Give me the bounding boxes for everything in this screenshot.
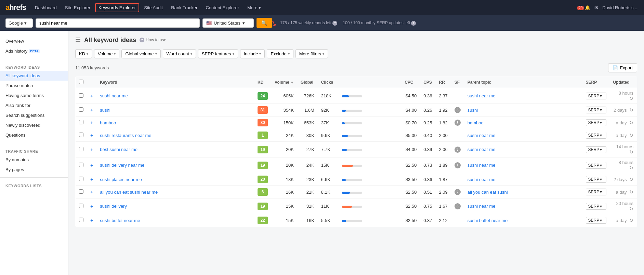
parent-topic-link[interactable]: sushi near me — [468, 204, 496, 209]
refresh-icon[interactable]: ↻ — [629, 120, 633, 125]
parent-topic-link[interactable]: sushi buffet near me — [468, 218, 508, 223]
add-keyword-icon[interactable]: + — [90, 120, 93, 125]
nav-keywords-explorer[interactable]: Keywords Explorer — [95, 3, 139, 12]
weekly-help-icon[interactable]: ? — [332, 21, 337, 26]
keyword-link[interactable]: sushi restaurants near me — [100, 133, 151, 138]
parent-topic-link[interactable]: sushi near me — [468, 177, 496, 182]
sidebar-item-by-pages[interactable]: By pages — [0, 165, 68, 175]
sidebar-item-newly-discovered[interactable]: Newly discovered — [0, 120, 68, 130]
filter-exclude[interactable]: Exclude ▾ — [267, 49, 293, 58]
sidebar-item-overview[interactable]: Overview — [0, 36, 68, 46]
parent-topic-link[interactable]: bamboo — [468, 120, 484, 125]
keyword-link[interactable]: sushi places near me — [100, 177, 142, 182]
sidebar-item-search-suggestions[interactable]: Search suggestions — [0, 110, 68, 120]
notification-bell[interactable]: 29🔔 — [577, 5, 590, 10]
row-checkbox[interactable] — [79, 163, 83, 167]
nav-dashboard[interactable]: Dashboard — [31, 3, 60, 12]
filter-serp-features[interactable]: SERP features ▾ — [198, 49, 238, 58]
sidebar-item-having-same-terms[interactable]: Having same terms — [0, 91, 68, 100]
keyword-search-input[interactable] — [36, 18, 200, 28]
refresh-icon[interactable]: ↻ — [629, 218, 633, 223]
add-keyword-icon[interactable]: + — [90, 177, 93, 182]
filter-volume[interactable]: Volume ▾ — [94, 49, 119, 58]
hamburger-icon[interactable]: ☰ — [75, 36, 81, 44]
keyword-link[interactable]: sushi near me — [100, 93, 128, 98]
messages-icon[interactable]: ✉ — [594, 5, 598, 10]
row-checkbox[interactable] — [79, 189, 83, 194]
sidebar-item-also-rank-for[interactable]: Also rank for — [0, 100, 68, 110]
row-checkbox[interactable] — [79, 204, 83, 208]
nav-content-explorer[interactable]: Content Explorer — [202, 3, 242, 12]
parent-topic-link[interactable]: sushi near me — [468, 163, 496, 168]
add-keyword-icon[interactable]: + — [90, 163, 93, 168]
keyword-link[interactable]: best sushi near me — [100, 147, 137, 152]
parent-topic-link[interactable]: sushi — [468, 108, 478, 113]
keyword-link[interactable]: sushi delivery — [100, 204, 127, 209]
export-button[interactable]: 📄 Export — [608, 63, 637, 72]
keyword-link[interactable]: sushi delivery near me — [100, 163, 144, 168]
refresh-icon[interactable]: ↻ — [629, 149, 633, 155]
row-checkbox[interactable] — [79, 93, 83, 98]
nav-site-explorer[interactable]: Site Explorer — [62, 3, 94, 12]
row-checkbox[interactable] — [79, 218, 83, 222]
select-all-checkbox[interactable] — [79, 80, 83, 84]
nav-rank-tracker[interactable]: Rank Tracker — [168, 3, 201, 12]
monthly-help-icon[interactable]: ? — [411, 21, 416, 26]
add-keyword-icon[interactable]: + — [90, 218, 93, 223]
filter-global-volume[interactable]: Global volume ▾ — [121, 49, 160, 58]
add-keyword-icon[interactable]: + — [90, 133, 93, 138]
refresh-icon[interactable]: ↻ — [629, 165, 633, 170]
serp-dropdown[interactable]: SERP ▾ — [586, 162, 606, 169]
refresh-icon[interactable]: ↻ — [629, 206, 633, 211]
keyword-link[interactable]: sushi buffet near me — [100, 218, 140, 223]
serp-dropdown[interactable]: SERP ▾ — [586, 217, 606, 224]
user-label[interactable]: David Roberts's ... — [602, 5, 639, 10]
serp-dropdown[interactable]: SERP ▾ — [586, 93, 606, 99]
add-keyword-icon[interactable]: + — [90, 107, 93, 113]
sidebar-item-phrase-match[interactable]: Phrase match — [0, 81, 68, 91]
serp-dropdown[interactable]: SERP ▾ — [586, 132, 606, 139]
row-checkbox[interactable] — [79, 107, 83, 112]
serp-dropdown[interactable]: SERP ▾ — [586, 176, 606, 183]
row-checkbox[interactable] — [79, 120, 83, 124]
refresh-icon[interactable]: ↻ — [629, 107, 633, 113]
refresh-icon[interactable]: ↻ — [629, 189, 633, 195]
engine-select[interactable]: Google ▾ — [5, 18, 33, 28]
filter-kd[interactable]: KD ▾ — [75, 49, 92, 58]
th-volume[interactable]: Volume ▼ — [271, 77, 297, 88]
parent-topic-link[interactable]: sushi near me — [468, 133, 496, 138]
serp-dropdown[interactable]: SERP ▾ — [586, 107, 606, 113]
sidebar-item-questions[interactable]: Questions — [0, 130, 68, 140]
row-checkbox[interactable] — [79, 133, 83, 137]
row-checkbox[interactable] — [79, 147, 83, 151]
country-select[interactable]: 🇺🇸 United States ▾ — [202, 18, 254, 28]
refresh-icon[interactable]: ↻ — [629, 96, 633, 101]
filter-word-count[interactable]: Word count ▾ — [163, 49, 196, 58]
row-checkbox[interactable] — [79, 177, 83, 181]
serp-dropdown[interactable]: SERP ▾ — [586, 203, 606, 210]
nav-site-audit[interactable]: Site Audit — [141, 3, 166, 12]
keyword-link[interactable]: bamboo — [100, 120, 116, 125]
parent-topic-link[interactable]: sushi near me — [468, 93, 496, 98]
add-keyword-icon[interactable]: + — [90, 189, 93, 195]
serp-dropdown[interactable]: SERP ▾ — [586, 146, 606, 153]
sidebar-item-ads-history[interactable]: Ads history BETA — [0, 46, 68, 56]
keyword-link[interactable]: sushi — [100, 108, 110, 113]
refresh-icon[interactable]: ↻ — [629, 133, 633, 138]
add-keyword-icon[interactable]: + — [90, 204, 93, 209]
row-clicks-cell: 37K — [318, 116, 338, 129]
filter-include[interactable]: Include ▾ — [240, 49, 265, 58]
add-keyword-icon[interactable]: + — [90, 93, 93, 99]
parent-topic-link[interactable]: all you can eat sushi — [468, 190, 508, 195]
how-to-use-link[interactable]: ? How to use — [140, 38, 166, 42]
keyword-link[interactable]: all you can eat sushi near me — [100, 190, 158, 195]
serp-dropdown[interactable]: SERP ▾ — [586, 189, 606, 195]
serp-dropdown[interactable]: SERP ▾ — [586, 119, 606, 126]
nav-more[interactable]: More ▾ — [244, 3, 264, 12]
sidebar-item-by-domains[interactable]: By domains — [0, 155, 68, 165]
filter-more-filters[interactable]: More filters ▾ — [295, 49, 328, 58]
refresh-icon[interactable]: ↻ — [629, 177, 633, 182]
add-keyword-icon[interactable]: + — [90, 147, 93, 152]
sidebar-item-all-keyword-ideas[interactable]: All keyword ideas — [0, 71, 68, 81]
parent-topic-link[interactable]: sushi near me — [468, 147, 496, 152]
